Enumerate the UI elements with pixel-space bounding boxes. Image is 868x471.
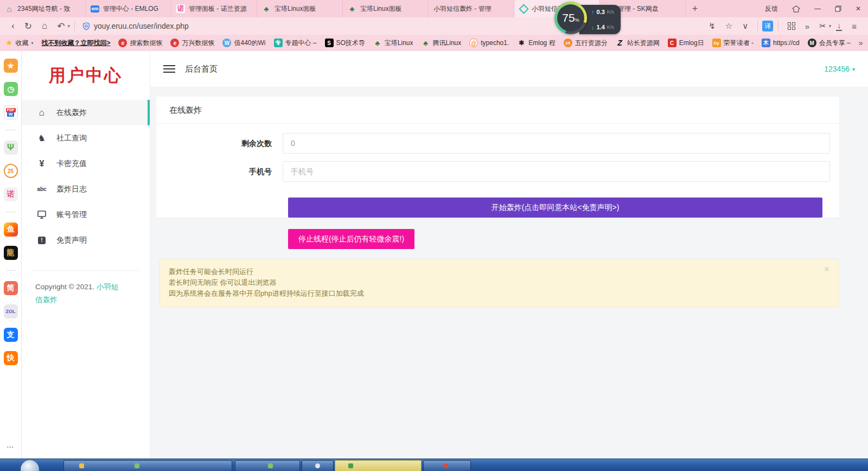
bookmarks-overflow-icon[interactable]: » — [859, 39, 863, 47]
tab-sms-admin[interactable]: 小羽短信轰炸 - 管理 — [429, 0, 514, 17]
taskbar-button[interactable] — [423, 460, 471, 471]
shield-safe-icon — [82, 22, 90, 30]
restore-button[interactable] — [828, 0, 848, 17]
user-dropdown[interactable]: 123456 ▾ — [824, 65, 855, 73]
nuolan-app-icon[interactable]: 诺 — [4, 187, 18, 201]
extensions-overflow-icon[interactable]: » — [800, 22, 814, 31]
bookmark-item[interactable]: ♣宝塔Linux — [373, 39, 413, 48]
download-icon[interactable]: ↓ — [836, 21, 842, 31]
bookmark-item[interactable]: 25五行资源分 — [564, 39, 608, 48]
sidebar-item-disclaimer[interactable]: ! 免责声明 — [22, 227, 150, 253]
bookmark-item[interactable]: e万兴数据恢 — [170, 39, 214, 48]
cactus-app-icon[interactable]: Ψ — [4, 141, 18, 155]
abc-log-icon: abc — [36, 186, 47, 192]
back-button[interactable]: ‹ — [7, 21, 20, 31]
fish-game-app-icon[interactable]: 鱼 — [4, 222, 18, 237]
bookmark-item[interactable]: ♣腾讯Linux — [422, 39, 462, 48]
sidebar-item-social-query[interactable]: ♞ 社工查询 — [22, 125, 150, 151]
taskbar-button[interactable] — [302, 460, 334, 471]
bookmark-item[interactable]: SSO技术导 — [325, 39, 365, 48]
hamburger-menu-icon[interactable] — [163, 65, 175, 73]
bookmark-item[interactable]: e搜索数据恢 — [118, 39, 162, 48]
taskbar-button[interactable] — [235, 460, 300, 471]
apps-grid-icon[interactable] — [783, 22, 800, 30]
minimize-button[interactable]: — — [807, 0, 828, 17]
taskbar-button[interactable] — [63, 460, 232, 471]
home-icon: ⌂ — [36, 107, 47, 118]
bookmark-item[interactable]: CEmlog日 — [668, 39, 704, 48]
easyrecovery-icon: e — [118, 39, 127, 47]
home-button[interactable]: ⌂ — [37, 21, 52, 31]
phone-input[interactable] — [283, 161, 830, 182]
sidebar-item-online-bombing[interactable]: ⌂ 在线轰炸 — [22, 100, 150, 125]
stop-thread-button[interactable]: 停止线程(停止后仍有轻微余震!) — [288, 229, 414, 249]
tab-2345-nav[interactable]: ⌂ 2345网址导航 - 致 — [0, 0, 86, 17]
sidebar-item-bombing-log[interactable]: abc 轰炸日志 — [22, 176, 150, 202]
alert-close-icon[interactable]: × — [824, 264, 829, 275]
menu-icon[interactable]: ≡ — [847, 22, 861, 31]
favorites-star-app-icon[interactable]: ★ — [4, 59, 18, 73]
dragon-game-app-icon[interactable]: 龍 — [4, 246, 18, 260]
url-text: youy.eruu.cn/user/index.php — [94, 22, 189, 30]
translate-caret-icon[interactable]: ▾ — [771, 23, 774, 29]
chevron-down-icon[interactable]: ∨ — [737, 21, 753, 31]
phone-label: 手机号 — [156, 161, 272, 182]
copyright-text: Copyright © 2021. 小羽短信轰炸 — [22, 271, 125, 306]
start-bombing-button[interactable]: 开始轰炸(点击即同意本站<免责声明>) — [288, 198, 822, 218]
alert-line: 若长时间无响应 你可以退出浏览器 — [169, 277, 814, 288]
tab-emlog-admin[interactable]: em 管理中心 - EMLOG — [86, 0, 171, 17]
network-speed-widget[interactable]: 75 % ↑ 0.3 K/s ↓ 1.4 K/s — [554, 2, 621, 34]
kuaishou-app-icon[interactable]: 快 — [4, 351, 18, 365]
divider — [6, 270, 16, 271]
sidebar-item-account-manage[interactable]: 账号管理 — [22, 202, 150, 227]
pdf-converter-app-icon[interactable]: PDFW — [4, 105, 18, 119]
tab-baota-panel-1[interactable]: ♣ 宝塔Linux面板 — [257, 0, 343, 17]
undo-caret-icon[interactable]: ▾ — [67, 23, 70, 29]
user-caret-icon: ▾ — [852, 66, 855, 72]
bookmark-item[interactable]: Dy荣誉读者 - — [712, 39, 754, 48]
page-header: 后台首页 123456 ▾ — [150, 51, 868, 87]
info-alert: 轰炸任务可能会长时间运行 若长时间无响应 你可以退出浏览器 因为系统将会在服务器… — [159, 259, 839, 307]
spider-icon: ✱ — [517, 39, 526, 47]
bookmark-item[interactable]: Z站长资源网 — [616, 39, 660, 48]
start-button-orb[interactable] — [21, 460, 39, 471]
favorites-menu[interactable]: ★ 收藏 ▾ — [5, 38, 33, 48]
nuo-icon: 诺 — [176, 4, 185, 13]
bookmark-item[interactable]: W值440的Wi — [222, 39, 265, 48]
reload-button[interactable]: ↻ — [20, 21, 37, 32]
bookmark-item[interactable]: ✱Emlog 程 — [517, 39, 555, 48]
zol-app-icon[interactable]: ZOL — [4, 304, 18, 319]
elephant-icon: ♞ — [36, 133, 47, 143]
lightning-speed-icon[interactable]: ↯ — [704, 21, 720, 31]
tab-title: 宝塔Linux面板 — [275, 4, 337, 14]
windows-taskbar — [0, 459, 868, 471]
favorites-label: 收藏 — [15, 39, 28, 48]
cd-link-icon: 木 — [762, 39, 770, 47]
so-tech-icon: S — [325, 39, 334, 47]
taskbar-button-highlighted[interactable] — [335, 460, 422, 471]
bookmark-item[interactable]: 专专题中心 – — [274, 39, 317, 48]
alipay-app-icon[interactable]: 支 — [4, 328, 18, 342]
restore-bookmarks-link[interactable]: 找不到收藏？立即找回> — [41, 39, 110, 48]
remaining-count-input[interactable] — [283, 133, 830, 154]
bookmark-item[interactable]: M会员专享 – — [808, 39, 851, 48]
tab-nuolan-panel[interactable]: 诺 管理面板 - 诺兰资源 — [171, 0, 257, 17]
wuxing-app-icon[interactable]: 25 — [4, 164, 18, 178]
wuxing-icon: 25 — [564, 39, 572, 47]
jianshu-app-icon[interactable]: 简 — [4, 281, 18, 295]
upload-arrow-icon: ↑ — [591, 8, 595, 16]
feedback-button[interactable]: 反馈 — [758, 0, 785, 17]
theme-skin-icon[interactable] — [785, 0, 807, 17]
history-clock-app-icon[interactable]: ◷ — [4, 82, 18, 96]
tab-baota-panel-2[interactable]: ♣ 宝塔Linux面板 — [343, 0, 429, 17]
tab-title: 管理面板 - 诺兰资源 — [189, 4, 252, 14]
sidebar-item-card-recharge[interactable]: ¥ 卡密充值 — [22, 151, 150, 176]
scissors-caret-icon[interactable]: ▾ — [829, 23, 832, 29]
new-tab-button[interactable]: + — [686, 0, 704, 17]
bookmark-item[interactable]: @typecho1. — [469, 39, 509, 47]
rail-more-icon[interactable]: ⋯ — [7, 442, 15, 451]
bookmark-star-icon[interactable]: ☆ — [720, 21, 737, 31]
bookmark-item[interactable]: 木https://cd — [762, 39, 800, 47]
window-controls: 反馈 — ✕ — [758, 0, 868, 17]
close-window-button[interactable]: ✕ — [848, 0, 868, 17]
